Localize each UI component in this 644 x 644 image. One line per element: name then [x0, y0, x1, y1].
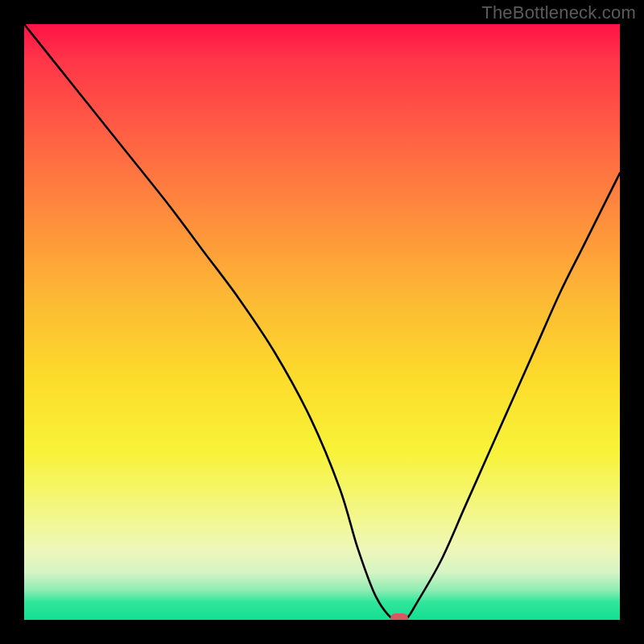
- bottleneck-curve: [24, 24, 620, 620]
- optimal-marker: [390, 613, 408, 620]
- curve-path: [24, 24, 620, 620]
- watermark-text: TheBottleneck.com: [481, 2, 636, 23]
- plot-area: [24, 24, 620, 620]
- chart-frame: TheBottleneck.com: [0, 0, 644, 644]
